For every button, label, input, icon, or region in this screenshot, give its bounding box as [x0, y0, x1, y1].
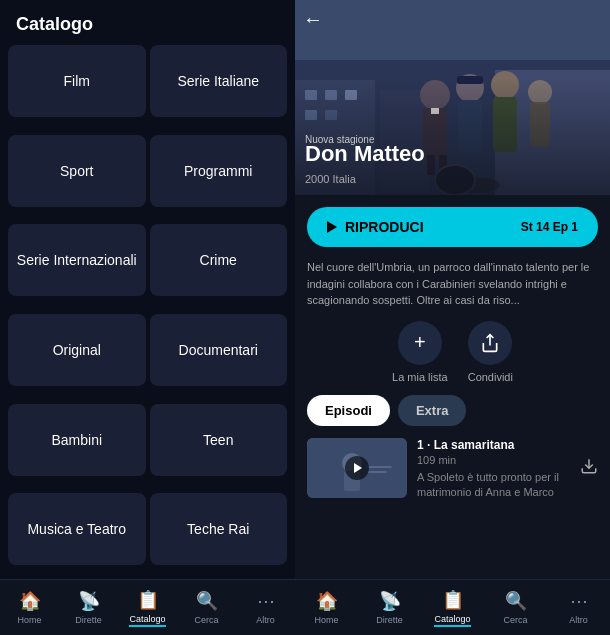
- left-nav-cerca[interactable]: 🔍 Cerca: [177, 586, 236, 629]
- catalog-item-sport[interactable]: Sport: [8, 135, 146, 207]
- right-nav-altro[interactable]: ⋯ Altro: [547, 586, 610, 629]
- catalog-item-documentari[interactable]: Documentari: [150, 314, 288, 386]
- episode-thumbnail[interactable]: [307, 438, 407, 498]
- add-label: La mia lista: [392, 371, 448, 383]
- episode-info: 1 · La samaritana 109 min A Spoleto è tu…: [417, 438, 570, 501]
- action-buttons: + La mia lista Condividi: [307, 321, 598, 383]
- add-to-list-button[interactable]: + La mia lista: [392, 321, 448, 383]
- right-nav-label-home: Home: [314, 615, 338, 625]
- play-button[interactable]: RIPRODUCI St 14 Ep 1: [307, 207, 598, 247]
- nav-label-cerca: Cerca: [194, 615, 218, 625]
- nav-icon-catalogo: 📋: [137, 589, 159, 611]
- plus-icon: +: [414, 331, 426, 354]
- right-nav-icon-cerca: 🔍: [505, 590, 527, 612]
- right-nav-dirette[interactable]: 📡 Dirette: [358, 586, 421, 629]
- left-panel: Catalogo FilmSerie ItalianeSportProgramm…: [0, 0, 295, 635]
- episode-label: St 14 Ep 1: [521, 220, 578, 234]
- episode-duration: 109 min: [417, 454, 570, 466]
- play-icon: [327, 221, 337, 233]
- left-nav-dirette[interactable]: 📡 Dirette: [59, 586, 118, 629]
- catalog-item-film[interactable]: Film: [8, 45, 146, 117]
- nav-icon-cerca: 🔍: [196, 590, 218, 612]
- episode-card: 1 · La samaritana 109 min A Spoleto è tu…: [307, 438, 598, 501]
- left-bottom-nav: 🏠 Home 📡 Dirette 📋 Catalogo 🔍 Cerca ⋯ Al…: [0, 579, 295, 635]
- right-nav-catalogo[interactable]: 📋 Catalogo: [421, 585, 484, 631]
- catalog-item-crime[interactable]: Crime: [150, 224, 288, 296]
- catalog-item-teche-rai[interactable]: Teche Rai: [150, 493, 288, 565]
- right-nav-label-cerca: Cerca: [503, 615, 527, 625]
- share-icon-circle: [468, 321, 512, 365]
- episode-play-overlay: [345, 456, 369, 480]
- catalog-item-musica-e-teatro[interactable]: Musica e Teatro: [8, 493, 146, 565]
- add-icon-circle: +: [398, 321, 442, 365]
- catalog-header: Catalogo: [0, 0, 295, 45]
- tab-extra[interactable]: Extra: [398, 395, 467, 426]
- episode-title: 1 · La samaritana: [417, 438, 570, 452]
- show-content: RIPRODUCI St 14 Ep 1 Nel cuore dell'Umbr…: [295, 195, 610, 579]
- catalog-item-serie-internazionali[interactable]: Serie Internazionali: [8, 224, 146, 296]
- right-nav-cerca[interactable]: 🔍 Cerca: [484, 586, 547, 629]
- svg-rect-29: [367, 466, 392, 468]
- share-button[interactable]: Condividi: [468, 321, 513, 383]
- right-nav-icon-home: 🏠: [316, 590, 338, 612]
- right-nav-home[interactable]: 🏠 Home: [295, 586, 358, 629]
- nav-icon-altro: ⋯: [257, 590, 275, 612]
- share-label: Condividi: [468, 371, 513, 383]
- tab-row: Episodi Extra: [307, 395, 598, 426]
- catalog-item-programmi[interactable]: Programmi: [150, 135, 288, 207]
- right-nav-icon-catalogo: 📋: [442, 589, 464, 611]
- right-nav-label-dirette: Dirette: [376, 615, 403, 625]
- episode-play-icon: [354, 463, 362, 473]
- catalog-item-teen[interactable]: Teen: [150, 404, 288, 476]
- catalog-grid: FilmSerie ItalianeSportProgrammiSerie In…: [0, 45, 295, 579]
- download-button[interactable]: [580, 457, 598, 480]
- share-icon: [480, 333, 500, 353]
- left-nav-catalogo[interactable]: 📋 Catalogo: [118, 585, 177, 631]
- play-label: RIPRODUCI: [345, 219, 424, 235]
- show-meta: 2000 Italia: [305, 173, 356, 185]
- catalog-item-serie-italiane[interactable]: Serie Italiane: [150, 45, 288, 117]
- catalog-item-original[interactable]: Original: [8, 314, 146, 386]
- catalog-item-bambini[interactable]: Bambini: [8, 404, 146, 476]
- tab-episodes[interactable]: Episodi: [307, 395, 390, 426]
- right-nav-label-altro: Altro: [569, 615, 588, 625]
- nav-label-home: Home: [17, 615, 41, 625]
- nav-icon-home: 🏠: [19, 590, 41, 612]
- right-nav-icon-dirette: 📡: [379, 590, 401, 612]
- right-bottom-nav: 🏠 Home 📡 Dirette 📋 Catalogo 🔍 Cerca ⋯ Al…: [295, 579, 610, 635]
- show-description: Nel cuore dell'Umbria, un parroco dall'i…: [307, 259, 598, 309]
- right-nav-icon-altro: ⋯: [570, 590, 588, 612]
- episode-description: A Spoleto è tutto pronto per il matrimon…: [417, 470, 570, 501]
- back-button[interactable]: ←: [303, 8, 323, 31]
- nav-label-dirette: Dirette: [75, 615, 102, 625]
- show-hero: ← Nuova stagione Don Matteo 2000 Italia: [295, 0, 610, 195]
- right-nav-label-catalogo: Catalogo: [434, 614, 470, 627]
- nav-icon-dirette: 📡: [78, 590, 100, 612]
- left-nav-home[interactable]: 🏠 Home: [0, 586, 59, 629]
- show-title: Don Matteo: [305, 141, 425, 167]
- left-nav-altro[interactable]: ⋯ Altro: [236, 586, 295, 629]
- nav-label-altro: Altro: [256, 615, 275, 625]
- right-panel: ← Nuova stagione Don Matteo 2000 Italia …: [295, 0, 610, 635]
- nav-label-catalogo: Catalogo: [129, 614, 165, 627]
- svg-rect-30: [367, 471, 387, 473]
